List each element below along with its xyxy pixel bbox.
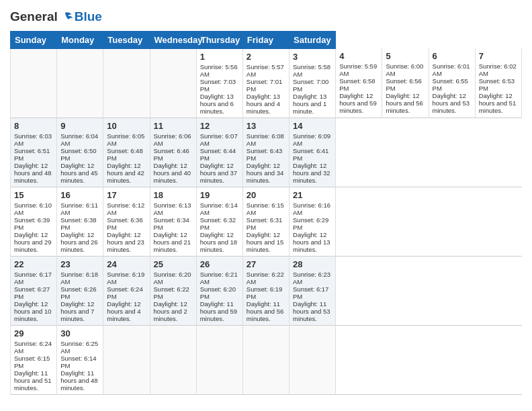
day-number: 9 <box>60 121 99 131</box>
day-number: 12 <box>200 121 239 131</box>
day-number: 11 <box>154 121 193 131</box>
sunset-text: Sunset: 6:48 PM <box>107 147 142 162</box>
daylight-text: Daylight: 11 hours and 51 minutes. <box>14 369 51 392</box>
calendar-cell: 28Sunrise: 6:23 AMSunset: 6:17 PMDayligh… <box>290 256 336 325</box>
daylight-text: Daylight: 12 hours and 4 minutes. <box>107 300 140 322</box>
daylight-text: Daylight: 12 hours and 26 minutes. <box>60 231 97 253</box>
calendar-cell: 8Sunrise: 6:03 AMSunset: 6:51 PMDaylight… <box>11 118 57 187</box>
day-header-friday: Friday <box>242 31 289 48</box>
sunset-text: Sunset: 6:41 PM <box>293 147 328 162</box>
calendar-cell: 14Sunrise: 6:09 AMSunset: 6:41 PMDayligh… <box>290 118 336 187</box>
day-number: 19 <box>200 190 239 200</box>
day-number: 30 <box>60 328 99 338</box>
day-number: 15 <box>14 190 53 200</box>
daylight-text: Daylight: 12 hours and 59 minutes. <box>339 92 376 114</box>
sunrise-text: Sunrise: 6:04 AM <box>60 132 98 147</box>
sunset-text: Sunset: 6:51 PM <box>14 147 50 162</box>
calendar-cell: 2Sunrise: 5:57 AMSunset: 7:01 PMDaylight… <box>242 48 289 118</box>
sunset-text: Sunset: 6:27 PM <box>14 285 50 300</box>
daylight-text: Daylight: 13 hours and 6 minutes. <box>200 93 234 115</box>
sunset-text: Sunset: 7:00 PM <box>293 78 328 93</box>
sunset-text: Sunset: 6:55 PM <box>433 77 468 92</box>
calendar-week-row: 29Sunrise: 6:24 AMSunset: 6:15 PMDayligh… <box>11 325 522 394</box>
sunrise-text: Sunrise: 6:09 AM <box>293 132 330 147</box>
day-number: 14 <box>293 121 332 131</box>
calendar-body: 1Sunrise: 5:56 AMSunset: 7:03 PMDaylight… <box>11 48 522 394</box>
daylight-text: Daylight: 12 hours and 45 minutes. <box>60 162 97 184</box>
daylight-text: Daylight: 13 hours and 1 minute. <box>293 93 326 115</box>
day-header-wednesday: Wednesday <box>150 31 196 48</box>
sunrise-text: Sunrise: 6:18 AM <box>60 271 98 285</box>
sunrise-text: Sunrise: 6:20 AM <box>154 271 191 285</box>
sunrise-text: Sunrise: 6:07 AM <box>200 132 238 147</box>
calendar-cell: 26Sunrise: 6:21 AMSunset: 6:20 PMDayligh… <box>196 256 242 325</box>
sunset-text: Sunset: 6:31 PM <box>247 216 282 231</box>
calendar-cell: 4Sunrise: 5:59 AMSunset: 6:58 PMDaylight… <box>336 48 382 118</box>
day-number: 24 <box>107 259 146 269</box>
sunset-text: Sunset: 6:26 PM <box>60 285 96 300</box>
calendar-header-row: SundayMondayTuesdayWednesdayThursdayFrid… <box>11 31 522 48</box>
daylight-text: Daylight: 12 hours and 42 minutes. <box>107 162 144 184</box>
calendar-cell <box>11 48 57 118</box>
calendar-cell: 7Sunrise: 6:02 AMSunset: 6:53 PMDaylight… <box>475 48 521 118</box>
logo-bird-icon <box>58 11 73 24</box>
sunrise-text: Sunrise: 6:06 AM <box>154 132 191 147</box>
sunrise-text: Sunrise: 6:19 AM <box>107 271 144 285</box>
day-number: 7 <box>479 51 518 61</box>
daylight-text: Daylight: 12 hours and 56 minutes. <box>386 92 423 114</box>
sunrise-text: Sunrise: 5:59 AM <box>339 62 377 77</box>
sunrise-text: Sunrise: 6:05 AM <box>107 132 144 147</box>
sunset-text: Sunset: 6:38 PM <box>60 216 96 231</box>
daylight-text: Daylight: 11 hours and 48 minutes. <box>60 369 97 392</box>
daylight-text: Daylight: 12 hours and 40 minutes. <box>154 162 191 184</box>
sunset-text: Sunset: 6:36 PM <box>107 216 142 231</box>
calendar-table: SundayMondayTuesdayWednesdayThursdayFrid… <box>10 31 522 395</box>
sunrise-text: Sunrise: 6:03 AM <box>14 132 52 147</box>
calendar-cell: 10Sunrise: 6:05 AMSunset: 6:48 PMDayligh… <box>103 118 150 187</box>
logo-general: General <box>10 9 58 24</box>
sunset-text: Sunset: 6:20 PM <box>200 285 236 300</box>
day-number: 25 <box>154 259 193 269</box>
day-header-sunday: Sunday <box>11 31 57 48</box>
daylight-text: Daylight: 11 hours and 53 minutes. <box>293 300 330 322</box>
sunset-text: Sunset: 6:17 PM <box>293 285 328 300</box>
calendar-cell: 18Sunrise: 6:13 AMSunset: 6:34 PMDayligh… <box>150 187 196 256</box>
day-number: 5 <box>386 51 425 61</box>
sunset-text: Sunset: 6:43 PM <box>247 147 282 162</box>
daylight-text: Daylight: 12 hours and 34 minutes. <box>247 162 283 184</box>
day-number: 3 <box>293 52 332 62</box>
day-number: 29 <box>14 328 53 338</box>
calendar-cell: 23Sunrise: 6:18 AMSunset: 6:26 PMDayligh… <box>57 256 103 325</box>
day-number: 2 <box>247 52 285 62</box>
daylight-text: Daylight: 13 hours and 4 minutes. <box>247 93 280 115</box>
sunrise-text: Sunrise: 5:56 AM <box>200 63 238 78</box>
sunrise-text: Sunrise: 6:10 AM <box>14 201 52 216</box>
daylight-text: Daylight: 12 hours and 2 minutes. <box>154 300 187 322</box>
calendar-cell: 21Sunrise: 6:16 AMSunset: 6:29 PMDayligh… <box>290 187 336 256</box>
daylight-text: Daylight: 12 hours and 53 minutes. <box>433 92 470 114</box>
day-number: 22 <box>14 259 53 269</box>
logo-blue: Blue <box>75 10 102 24</box>
sunset-text: Sunset: 6:50 PM <box>60 147 96 162</box>
sunset-text: Sunset: 6:22 PM <box>154 285 189 300</box>
calendar-cell <box>196 325 242 394</box>
calendar-cell: 16Sunrise: 6:11 AMSunset: 6:38 PMDayligh… <box>57 187 103 256</box>
day-number: 10 <box>107 121 146 131</box>
sunrise-text: Sunrise: 6:14 AM <box>200 201 238 216</box>
sunset-text: Sunset: 7:03 PM <box>200 78 236 93</box>
sunrise-text: Sunrise: 6:12 AM <box>107 201 144 216</box>
calendar-cell: 9Sunrise: 6:04 AMSunset: 6:50 PMDaylight… <box>57 118 103 187</box>
day-number: 20 <box>247 190 285 200</box>
day-number: 6 <box>433 51 472 61</box>
calendar-cell: 25Sunrise: 6:20 AMSunset: 6:22 PMDayligh… <box>150 256 196 325</box>
day-number: 16 <box>60 190 99 200</box>
calendar-cell: 3Sunrise: 5:58 AMSunset: 7:00 PMDaylight… <box>290 48 336 118</box>
calendar-cell: 24Sunrise: 6:19 AMSunset: 6:24 PMDayligh… <box>103 256 150 325</box>
calendar-cell <box>103 48 150 118</box>
day-header-tuesday: Tuesday <box>103 31 150 48</box>
calendar-cell: 19Sunrise: 6:14 AMSunset: 6:32 PMDayligh… <box>196 187 242 256</box>
calendar-cell: 5Sunrise: 6:00 AMSunset: 6:56 PMDaylight… <box>382 48 429 118</box>
sunrise-text: Sunrise: 5:58 AM <box>293 63 330 78</box>
calendar-cell: 1Sunrise: 5:56 AMSunset: 7:03 PMDaylight… <box>196 48 242 118</box>
calendar-cell <box>290 325 336 394</box>
